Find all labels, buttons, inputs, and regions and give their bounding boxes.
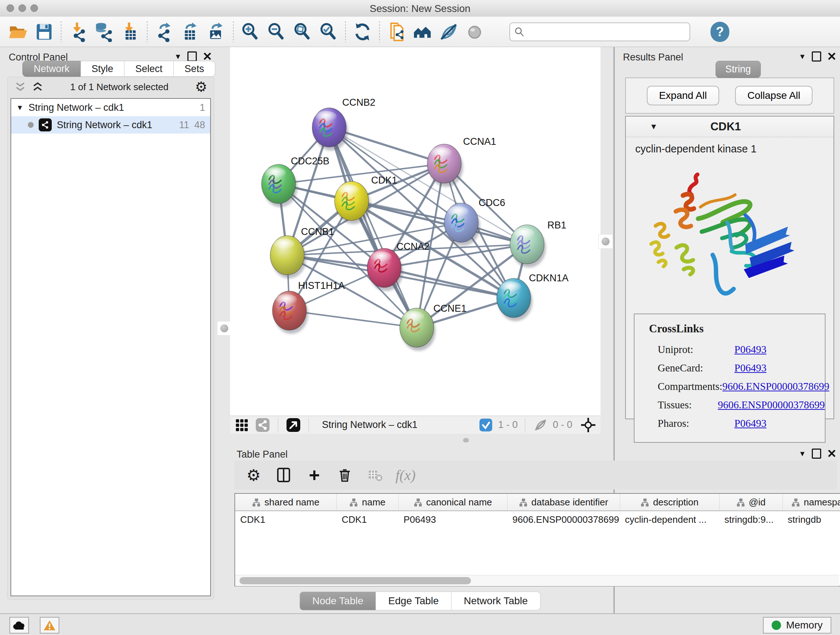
column-header[interactable]: name <box>337 494 399 511</box>
edge[interactable] <box>329 127 417 328</box>
left-splitter-handle[interactable] <box>217 321 232 336</box>
import-table-button[interactable] <box>117 19 143 44</box>
network-options-gear-icon[interactable]: ⚙ <box>195 80 207 94</box>
scrollbar-thumb[interactable] <box>240 577 471 584</box>
selected-checkbox-icon[interactable] <box>478 417 494 433</box>
node-CDK1[interactable]: CDK1 <box>335 175 397 224</box>
column-header[interactable]: namespace <box>783 494 840 511</box>
birdseye-grid-icon[interactable] <box>234 417 250 433</box>
close-panel-icon[interactable]: ✕ <box>202 52 212 60</box>
node-table[interactable]: shared name name canonical name database… <box>234 493 840 586</box>
panel-menu-icon[interactable]: ▼ <box>174 52 182 61</box>
table-horizontal-scrollbar[interactable] <box>235 575 839 586</box>
open-file-button[interactable] <box>5 19 31 44</box>
expand-all-button[interactable]: Expand All <box>647 86 719 105</box>
string-style-icon[interactable] <box>255 417 271 433</box>
column-header[interactable]: @id <box>720 494 783 511</box>
tab-network-table[interactable]: Network Table <box>452 592 540 610</box>
crosslink-link[interactable]: 9606.ENSP00000378699 <box>722 380 829 393</box>
collection-expand-icon[interactable]: ▼ <box>16 103 24 112</box>
open-external-icon[interactable] <box>286 417 302 433</box>
level-of-detail-button[interactable] <box>462 19 488 44</box>
close-panel-icon[interactable]: ✕ <box>827 52 837 60</box>
collapse-all-icon[interactable] <box>14 81 27 92</box>
search-input[interactable] <box>527 26 685 38</box>
table-cell[interactable]: 9606.ENSP00000378699 <box>508 511 620 528</box>
zoom-fit-button[interactable] <box>289 19 316 44</box>
collapse-section-icon[interactable]: ▼ <box>650 122 658 131</box>
zoom-in-button[interactable] <box>237 19 264 44</box>
node-CCNE1[interactable]: CCNE1 <box>400 303 467 351</box>
close-panel-icon[interactable]: ✕ <box>827 450 837 458</box>
expand-all-icon[interactable] <box>32 81 44 92</box>
tab-edge-table[interactable]: Edge Table <box>376 592 452 610</box>
node-CCNB2[interactable]: CCNB2 <box>312 97 376 150</box>
node-CDC25B[interactable]: CDC25B <box>262 156 330 207</box>
help-button[interactable]: ? <box>711 22 729 42</box>
table-cell[interactable]: stringdb:9... <box>720 511 783 528</box>
tab-string[interactable]: String <box>715 61 761 78</box>
enhanced-graphics-button[interactable] <box>436 19 462 44</box>
tab-style[interactable]: Style <box>81 61 125 77</box>
horizontal-splitter-handle[interactable] <box>463 438 469 442</box>
import-network-database-button[interactable] <box>91 19 117 44</box>
float-panel-icon[interactable] <box>812 51 821 62</box>
apply-layout-button[interactable] <box>349 19 376 44</box>
fit-selected-crosshair-icon[interactable] <box>580 417 596 433</box>
node-CCNA1[interactable]: CCNA1 <box>427 136 496 187</box>
crosslink-link[interactable]: P06493 <box>734 344 767 356</box>
panel-menu-icon[interactable]: ▼ <box>799 52 806 61</box>
tab-network[interactable]: Network <box>22 61 81 77</box>
node-CDKN1A[interactable]: CDKN1A <box>497 272 569 321</box>
table-row[interactable]: CDK1CDK1P064939606.ENSP00000378699cyclin… <box>235 511 840 528</box>
right-splitter-handle[interactable] <box>598 234 613 249</box>
memory-button[interactable]: Memory <box>763 617 831 633</box>
tab-sets[interactable]: Sets <box>174 61 215 77</box>
column-header[interactable]: database identifier <box>508 494 620 511</box>
node-HIST1H1A[interactable]: HIST1H1A <box>272 280 345 334</box>
tab-node-table[interactable]: Node Table <box>300 592 376 610</box>
column-header[interactable]: description <box>620 494 720 511</box>
export-network-button[interactable] <box>151 19 177 44</box>
search-box[interactable] <box>509 22 690 41</box>
float-panel-icon[interactable] <box>812 448 821 459</box>
table-options-gear-icon[interactable]: ⚙ <box>245 466 263 484</box>
collapse-all-button[interactable]: Collapse All <box>735 86 813 105</box>
network-collection-row[interactable]: ▼ String Network – cdk1 1 <box>11 99 210 116</box>
export-image-button[interactable] <box>203 19 229 44</box>
network-canvas[interactable]: CCNB2 CCNA1 CDC25B CDK1 CDC6 RB1 <box>230 47 600 416</box>
warning-status-button[interactable] <box>40 617 59 633</box>
node-CDC6[interactable]: CDC6 <box>444 197 505 246</box>
zoom-selected-button[interactable] <box>316 19 341 44</box>
string-home-button[interactable] <box>409 19 436 44</box>
delete-column-icon[interactable] <box>336 466 354 484</box>
hidden-eye-icon[interactable] <box>532 417 548 433</box>
tab-select[interactable]: Select <box>125 61 174 77</box>
export-table-button[interactable] <box>177 19 203 44</box>
table-cell[interactable]: CDK1 <box>235 511 337 528</box>
create-column-icon[interactable]: + <box>305 466 324 484</box>
panel-menu-icon[interactable]: ▼ <box>799 450 806 458</box>
crosslink-link[interactable]: P06493 <box>734 362 767 374</box>
column-header[interactable]: shared name <box>235 494 337 511</box>
table-cell[interactable]: CDK1 <box>337 511 399 528</box>
save-session-button[interactable] <box>31 19 57 44</box>
network-row[interactable]: String Network – cdk1 11 48 <box>11 116 210 134</box>
node-RB1[interactable]: RB1 <box>510 220 567 268</box>
import-network-file-button[interactable] <box>65 19 91 44</box>
column-header[interactable]: canonical name <box>399 494 508 511</box>
crosslink-link[interactable]: P06493 <box>734 417 767 429</box>
table-cell[interactable]: stringdb <box>783 511 840 528</box>
table-cell[interactable]: cyclin-dependent ... <box>620 511 720 528</box>
node-CCNB1[interactable]: CCNB1 <box>270 226 334 279</box>
show-columns-icon[interactable] <box>275 466 293 484</box>
protein-section-header[interactable]: ▼ CDK1 <box>626 117 834 137</box>
table-cell[interactable]: P06493 <box>399 511 508 528</box>
crosslink-link[interactable]: 9606.ENSP00000378699 <box>718 399 825 411</box>
zoom-out-button[interactable] <box>264 19 289 44</box>
edge[interactable] <box>384 268 514 298</box>
open-in-web-button[interactable] <box>384 19 409 44</box>
float-panel-icon[interactable] <box>187 51 197 62</box>
edge[interactable] <box>289 310 417 328</box>
cloud-status-button[interactable] <box>9 617 29 633</box>
